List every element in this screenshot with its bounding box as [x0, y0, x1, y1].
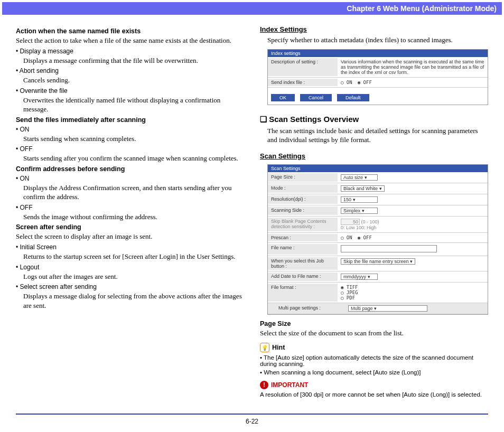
- screen-desc: Select the screen to display after an im…: [16, 232, 244, 241]
- ss2-adddate-label: Add Date to File name :: [268, 273, 338, 281]
- ss1-header: Index settings: [268, 50, 488, 57]
- index-settings-screenshot: Index settings Description of setting : …: [267, 49, 488, 105]
- ss1-sendindex-label: Send index file :: [268, 79, 338, 86]
- ss2-side-select[interactable]: Simplex: [341, 208, 378, 214]
- ss1-off-radio[interactable]: ◉ OFF: [358, 80, 372, 85]
- scan-settings-heading: Scan Settings: [260, 152, 488, 160]
- right-column: Index Settings Specify whether to attach…: [260, 25, 488, 398]
- screen-select: • Select screen after sending: [16, 283, 244, 290]
- ss2-mode-select[interactable]: Black and White: [341, 185, 385, 192]
- ss2-skip-val: 50 (0 - 100) 0: Low 100: High: [338, 218, 488, 231]
- ss1-on-radio[interactable]: ○ ON: [341, 80, 352, 85]
- confirm-on-desc: Displays the Address Confirmation screen…: [23, 183, 244, 202]
- hint-bullet2: • When scanning a long document, select …: [260, 369, 488, 375]
- ss2-fmt-jpeg[interactable]: ○ JPEG: [341, 290, 358, 295]
- ss1-sendindex-val: ○ ON ◉ OFF: [338, 79, 488, 86]
- confirm-heading: Confirm addresses before sending: [16, 165, 244, 173]
- send-on: • ON: [16, 126, 244, 133]
- pagesize-heading: Page Size: [260, 320, 488, 327]
- hint-row: 💡 Hint: [260, 343, 488, 352]
- ss2-prescan-on[interactable]: ○ ON: [341, 235, 352, 240]
- ss2-mp-select[interactable]: Multi page: [348, 305, 427, 312]
- confirm-off-desc: Sends the image without confirming the a…: [23, 212, 244, 222]
- ss2-mode-label: Mode :: [268, 184, 338, 193]
- bullet-overwrite: • Overwrite the file: [16, 87, 244, 95]
- action-desc: Select the action to take when a file of…: [16, 36, 244, 45]
- ss2-res-select[interactable]: 150: [341, 196, 378, 203]
- ss2-side-label: Scanning Side :: [268, 206, 338, 215]
- hint-bullet1: • The [Auto size] option automatically d…: [260, 354, 488, 367]
- index-settings-desc: Specify whether to attach metadata (inde…: [267, 35, 488, 45]
- ss2-adddate-select[interactable]: mmddyyyy: [341, 274, 378, 280]
- send-off: • OFF: [16, 145, 244, 153]
- screen-initial: • Initial Screen: [16, 243, 244, 251]
- bullet-abort: • Abort sending: [16, 67, 244, 74]
- ss2-mp-label: Multi page settings :: [268, 304, 345, 313]
- ss1-desc-label: Description of setting :: [268, 58, 338, 76]
- send-heading: Send the files immediately after scannin…: [16, 116, 244, 124]
- ss2-fname-label: File name :: [268, 244, 338, 255]
- ss2-skip-range: (0 - 100): [361, 219, 379, 224]
- ss2-jobsel-label: When you select this Job button :: [268, 257, 338, 270]
- screen-logout-desc: Logs out after the images are sent.: [23, 272, 244, 281]
- action-heading: Action when the same named file exists: [16, 27, 244, 35]
- ss2-skip-input[interactable]: 50: [341, 219, 360, 225]
- screen-heading: Screen after sending: [16, 223, 244, 231]
- ss2-prescan-label: Prescan :: [268, 234, 338, 241]
- ss2-prescan-off[interactable]: ◉ OFF: [358, 235, 372, 240]
- hint-label: Hint: [272, 344, 285, 351]
- confirm-off: • OFF: [16, 204, 244, 211]
- ss2-skip-scale: 0: Low 100: High: [341, 225, 377, 230]
- important-icon: !: [260, 381, 268, 389]
- ss1-ok-button[interactable]: OK: [271, 94, 295, 101]
- screen-initial-desc: Returns to the startup screen set for [S…: [23, 252, 244, 261]
- left-column: Action when the same named file exists S…: [16, 25, 244, 398]
- important-text: A resolution of [300 dpi] or more cannot…: [260, 391, 488, 398]
- screen-logout: • Logout: [16, 264, 244, 271]
- ss2-fmt-pdf[interactable]: ○ PDF: [341, 295, 355, 300]
- important-row: ! IMPORTANT: [260, 381, 488, 389]
- bullet-display-message-desc: Displays a message confirming that the f…: [23, 56, 244, 65]
- page-footer: 6-22: [16, 414, 488, 425]
- bullet-abort-desc: Cancels sending.: [23, 76, 244, 85]
- ss2-res-label: Resolution(dpi) :: [268, 195, 338, 204]
- ss2-jobsel-select[interactable]: Skip the file name entry screen: [341, 258, 415, 265]
- scan-settings-screenshot: Scan Settings Page Size : Auto size Mode…: [267, 164, 488, 315]
- page-content: Action when the same named file exists S…: [0, 25, 504, 398]
- send-on-desc: Starts sending when scanning completes.: [23, 134, 244, 144]
- screen-select-desc: Displays a message dialog for selecting …: [23, 292, 244, 310]
- ss1-cancel-button[interactable]: Cancel: [300, 94, 332, 101]
- important-label: IMPORTANT: [271, 381, 308, 389]
- ss2-fname-input[interactable]: [341, 245, 437, 252]
- ss2-header: Scan Settings: [268, 165, 488, 172]
- ss2-fmt-tiff[interactable]: ◉ TIFF: [341, 285, 358, 290]
- index-settings-heading: Index Settings: [260, 25, 488, 33]
- chapter-header: Chapter 6 Web Menu (Administrator Mode): [2, 2, 502, 15]
- confirm-on: • ON: [16, 175, 244, 182]
- hint-icon: 💡: [260, 343, 269, 352]
- send-off-desc: Starts sending after you confirm the sca…: [23, 154, 244, 163]
- bullet-overwrite-desc: Overwrites the identically named file wi…: [23, 96, 244, 114]
- scan-overview-desc: The scan settings include basic and deta…: [267, 126, 488, 145]
- ss2-pagesize-label: Page Size :: [268, 173, 338, 182]
- ss2-skip-label: Skip Blank Page Contents detection sensi…: [268, 218, 338, 231]
- pagesize-desc: Select the size of the document to scan …: [260, 328, 488, 338]
- ss2-pagesize-select[interactable]: Auto size: [341, 174, 378, 181]
- ss2-fmt-label: File format :: [268, 284, 338, 302]
- ss1-desc-val: Various information when the scanning is…: [338, 58, 488, 76]
- ss1-default-button[interactable]: Default: [337, 94, 369, 101]
- scan-overview-heading: ❏ Scan Settings Overview: [260, 115, 488, 124]
- bullet-display-message: • Display a message: [16, 48, 244, 55]
